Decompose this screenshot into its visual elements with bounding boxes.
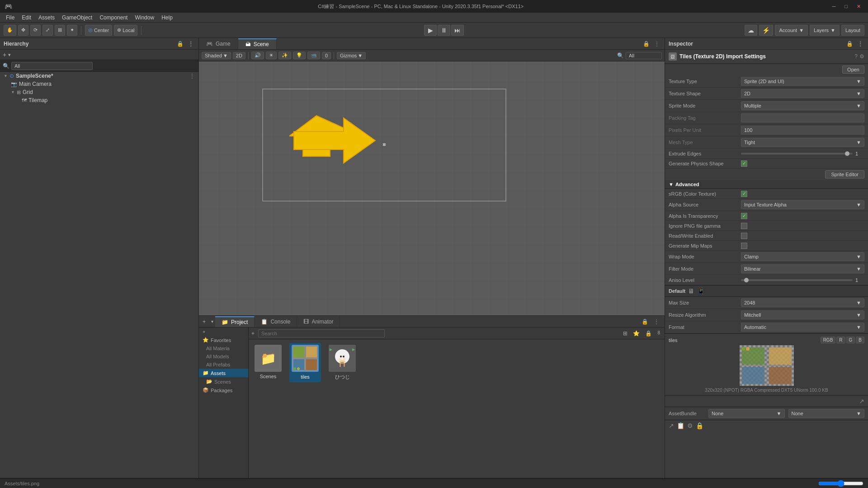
- extrude-slider[interactable]: 1: [741, 151, 864, 156]
- max-size-btn[interactable]: 2048 ▼: [741, 298, 864, 307]
- hierarchy-item-tilemap[interactable]: 🗺 Tilemap: [0, 96, 198, 104]
- texture-shape-btn[interactable]: 2D ▼: [741, 89, 864, 98]
- inspector-tool-2[interactable]: 📋: [677, 422, 684, 429]
- physics-shape-checkbox[interactable]: ✓: [741, 160, 747, 167]
- local-button[interactable]: ⊕ Local: [114, 25, 137, 36]
- account-dropdown[interactable]: Account ▼: [775, 25, 808, 36]
- camera-btn[interactable]: 📹: [307, 52, 320, 59]
- layers-dropdown[interactable]: Layers ▼: [810, 25, 840, 36]
- rotate-tool[interactable]: ⟳: [30, 25, 41, 36]
- mesh-type-btn[interactable]: Tight ▼: [741, 138, 864, 147]
- packing-tag-input[interactable]: [741, 113, 864, 122]
- g-button[interactable]: G: [846, 337, 855, 343]
- alpha-transparency-checkbox[interactable]: ✓: [741, 213, 747, 219]
- layers-btn[interactable]: 0: [322, 52, 331, 59]
- sidebar-all-materials[interactable]: All Materia: [199, 344, 248, 352]
- scene-canvas[interactable]: [199, 61, 665, 315]
- bottom-expand-btn[interactable]: ▾: [209, 317, 215, 326]
- wrap-mode-btn[interactable]: Clamp ▼: [741, 252, 864, 261]
- fx-btn[interactable]: ✨: [278, 52, 291, 59]
- scene-lighting[interactable]: 💡: [293, 52, 306, 59]
- hierarchy-add-button[interactable]: +: [3, 51, 6, 58]
- bottom-menu[interactable]: ⋮: [652, 319, 661, 325]
- preview-expand-icon[interactable]: ↗: [859, 398, 864, 405]
- hierarchy-search-input[interactable]: [11, 62, 93, 70]
- sprite-editor-button[interactable]: Sprite Editor: [825, 170, 864, 178]
- rgb-button[interactable]: RGB: [821, 337, 836, 343]
- view-lock[interactable]: 🔒: [642, 41, 651, 47]
- rect-tool[interactable]: ⊞: [55, 25, 65, 36]
- inspector-tool-1[interactable]: ↗: [669, 422, 674, 429]
- tab-animator[interactable]: 🎞 Animator: [297, 317, 340, 327]
- minimize-button[interactable]: ─: [830, 3, 839, 10]
- tab-scene[interactable]: 🏔 Scene: [238, 38, 277, 49]
- texture-type-btn[interactable]: Sprite (2D and UI) ▼: [741, 77, 864, 86]
- maximize-button[interactable]: □: [842, 3, 850, 10]
- ignore-png-checkbox[interactable]: [741, 223, 747, 229]
- extrude-thumb[interactable]: [845, 151, 849, 156]
- asset-tiles[interactable]: tiles: [289, 343, 321, 382]
- layout-dropdown[interactable]: Layout: [841, 25, 864, 36]
- hierarchy-item-grid[interactable]: ▼ ⊞ Grid: [0, 88, 198, 96]
- mip-maps-checkbox[interactable]: [741, 243, 747, 249]
- read-write-checkbox[interactable]: [741, 233, 747, 239]
- bottom-add-btn[interactable]: +: [199, 317, 209, 327]
- assetbundle-dropdown-2[interactable]: None ▼: [788, 409, 865, 418]
- hierarchy-menu[interactable]: ⋮: [187, 41, 195, 47]
- tab-console[interactable]: 📋 Console: [255, 317, 297, 327]
- sidebar-assets[interactable]: 📁 Assets: [199, 369, 248, 377]
- advanced-section[interactable]: ▼ Advanced: [665, 180, 868, 189]
- play-button[interactable]: ▶: [424, 25, 437, 36]
- sidebar-favorites[interactable]: ⭐ Favorites: [199, 336, 248, 344]
- r-button[interactable]: R: [836, 337, 845, 343]
- gizmos-dropdown[interactable]: Gizmos ▼: [337, 52, 366, 59]
- sidebar-all-prefabs[interactable]: All Prefabs: [199, 361, 248, 369]
- menu-component[interactable]: Component: [96, 14, 131, 22]
- aniso-slider[interactable]: 1: [741, 277, 864, 283]
- tab-game[interactable]: 🎮 Game: [199, 39, 238, 49]
- hierarchy-item-maincamera[interactable]: 📷 Main Camera: [0, 80, 198, 88]
- texture-shape-dropdown[interactable]: 2D ▼: [741, 89, 864, 98]
- project-add-btn[interactable]: +: [251, 330, 255, 337]
- scene-search-input[interactable]: [626, 52, 662, 59]
- menu-file[interactable]: File: [2, 14, 18, 22]
- menu-help[interactable]: Help: [158, 14, 176, 22]
- services-icon[interactable]: ⚡: [759, 25, 773, 36]
- menu-assets[interactable]: Assets: [35, 14, 58, 22]
- inspector-help[interactable]: ?: [854, 53, 858, 60]
- menu-edit[interactable]: Edit: [18, 14, 35, 22]
- transform-tool[interactable]: ✦: [67, 25, 77, 36]
- hand-tool[interactable]: ✋: [4, 25, 16, 36]
- zoom-slider[interactable]: [818, 480, 863, 487]
- sidebar-add-btn[interactable]: +: [199, 328, 248, 336]
- hierarchy-item-samplescene[interactable]: ▼ ⊙ SampleScene* ⋮: [0, 72, 198, 80]
- inspector-tool-4[interactable]: 🔒: [696, 422, 703, 429]
- inspector-lock[interactable]: 🔒: [845, 41, 854, 47]
- scene-menu[interactable]: ⋮: [189, 73, 195, 79]
- resize-algorithm-btn[interactable]: Mitchell ▼: [741, 310, 864, 319]
- asset-hitsuji[interactable]: ▶ ▶ ひつじ: [326, 343, 358, 382]
- ppu-input[interactable]: [741, 126, 864, 135]
- inspector-tool-3[interactable]: ⚙: [687, 422, 693, 429]
- shading-dropdown[interactable]: Shaded ▼: [202, 52, 231, 59]
- b-button[interactable]: B: [856, 337, 864, 343]
- view-menu[interactable]: ⋮: [653, 41, 661, 47]
- texture-type-dropdown[interactable]: Sprite (2D and UI) ▼: [741, 77, 864, 86]
- aniso-thumb[interactable]: [744, 278, 749, 282]
- sidebar-all-models[interactable]: All Models: [199, 352, 248, 361]
- alpha-source-btn[interactable]: Input Texture Alpha ▼: [741, 200, 864, 209]
- inspector-settings[interactable]: ⚙: [859, 53, 864, 60]
- project-lock[interactable]: 🔒: [643, 330, 654, 337]
- hierarchy-lock[interactable]: 🔒: [175, 41, 185, 47]
- sprite-mode-btn[interactable]: Multiple ▼: [741, 101, 864, 110]
- sprite-mode-dropdown[interactable]: Multiple ▼: [741, 101, 864, 110]
- project-search-input[interactable]: [258, 329, 385, 338]
- sound-btn[interactable]: 🔊: [251, 52, 264, 59]
- skybox-btn[interactable]: ☀: [266, 52, 277, 59]
- format-btn[interactable]: Automatic ▼: [741, 323, 864, 332]
- asset-scenes-folder[interactable]: 📁 Scenes: [252, 343, 284, 382]
- hierarchy-expand-button[interactable]: ▾: [8, 52, 11, 58]
- center-button[interactable]: ◎ Center: [85, 25, 112, 36]
- inspector-menu[interactable]: ⋮: [856, 41, 864, 47]
- srgb-checkbox[interactable]: ✓: [741, 191, 747, 197]
